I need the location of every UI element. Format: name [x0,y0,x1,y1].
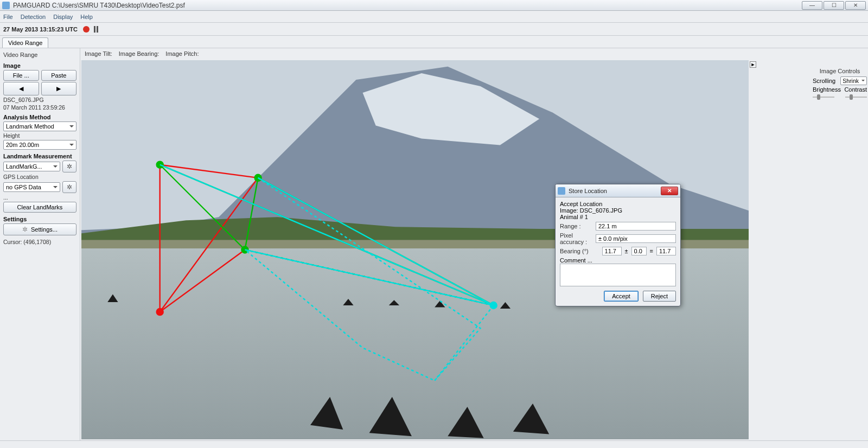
center-area: Image Tilt: Image Bearing: Image Pitch: … [80,48,868,440]
pixacc-label: Pixel accuracy : [560,232,592,245]
svg-point-33 [490,302,497,309]
bearing-eq: = [650,248,653,254]
file-button[interactable]: File ... [3,70,39,81]
brightness-slider[interactable] [813,94,834,100]
landmark-settings-button[interactable] [62,161,76,172]
menu-bar: File Detection Display Help [0,11,868,23]
gear-icon [67,183,72,191]
analysis-method-select[interactable]: Landmark Method [3,121,76,131]
menu-help[interactable]: Help [80,14,93,20]
bearing-pm: ± [625,248,628,254]
dialog-close-button[interactable]: ✕ [661,187,678,195]
comment-textarea[interactable] [560,264,676,286]
svg-point-20 [157,309,163,315]
filedate-label: 07 March 2011 23:59:26 [3,104,76,111]
gps-select[interactable]: no GPS Data [3,182,60,192]
dialog-animal-label: Animal # 1 [560,214,676,220]
contrast-slider[interactable] [845,94,867,100]
landmark-select[interactable]: LandMarkG... [3,162,60,171]
image-controls-title: Image Controls [813,68,867,74]
scrolling-label: Scrolling [813,78,835,84]
bearing-input-3[interactable] [656,247,676,255]
pixacc-input[interactable] [596,234,676,243]
tab-video-range[interactable]: Video Range [2,37,48,48]
spinner-icon [22,226,28,233]
image-tilt-label: Image Tilt: [85,50,112,57]
left-panel: Video Range Image File ... Paste ◀ ▶ DSC… [0,48,80,440]
landmark-section-title: Landmark Measurement [3,153,76,159]
analysis-section-title: Analysis Method [3,114,76,120]
scroll-right-button[interactable]: ► [750,61,756,68]
scrolling-select[interactable]: Shrink [840,76,867,85]
settings-button[interactable]: Settings... [3,223,76,235]
range-label: Range : [560,223,592,229]
main-area: Video Range Image File ... Paste ◀ ▶ DSC… [0,48,868,440]
bearing-input-2[interactable] [631,247,647,255]
timestamp: 27 May 2013 13:15:23 UTC [3,26,78,33]
dialog-image-label: Image: DSC_6076.JPG [560,207,676,214]
height-label: Height [3,132,76,139]
bearing-label: Bearing (°) [560,248,599,254]
paste-button[interactable]: Paste [41,70,77,81]
contrast-label: Contrast [844,86,867,93]
accept-button[interactable]: Accept [604,291,639,302]
menu-detection[interactable]: Detection [21,14,46,20]
svg-point-26 [157,162,163,168]
dots-label: ... [3,194,76,201]
panel-title: Video Range [3,52,76,58]
brightness-label: Brightness [813,86,841,93]
pause-icon[interactable] [94,26,98,33]
gps-label: GPS Location [3,174,76,180]
settings-section-title: Settings [3,216,76,222]
toolbar: 27 May 2013 13:15:23 UTC [0,23,868,36]
dialog-body: Accept Location Image: DSC_6076.JPG Anim… [556,197,680,306]
next-image-button[interactable]: ▶ [41,82,77,95]
range-input[interactable] [596,222,676,231]
prev-image-button[interactable]: ◀ [3,82,39,95]
clear-landmarks-button[interactable]: Clear LandMarks [3,202,76,213]
image-section-title: Image [3,62,76,69]
status-bar [0,440,868,448]
dialog-title: Store Location [569,188,607,194]
menu-file[interactable]: File [3,14,13,20]
tab-strip: Video Range [0,36,868,48]
height-select[interactable]: 20m 20.00m [3,140,76,150]
menu-display[interactable]: Display [53,14,73,20]
close-button[interactable]: ✕ [845,1,866,10]
bearing-input-1[interactable] [602,247,622,255]
dialog-title-bar[interactable]: Store Location ✕ [556,184,680,197]
window-title: PAMGUARD C:\Users\SMRU T430\Desktop\Vide… [13,2,185,9]
image-info-bar: Image Tilt: Image Bearing: Image Pitch: [80,48,868,59]
settings-button-label: Settings... [31,226,58,233]
image-controls-panel: Image Controls Scrolling Shrink Brightne… [813,68,867,100]
image-bearing-label: Image Bearing: [119,50,159,57]
app-icon [2,2,10,9]
record-icon[interactable] [83,26,90,33]
gps-settings-button[interactable] [62,181,76,193]
window-title-bar: PAMGUARD C:\Users\SMRU T430\Desktop\Vide… [0,0,868,11]
image-pitch-label: Image Pitch: [165,50,199,57]
store-location-dialog: Store Location ✕ Accept Location Image: … [555,184,681,306]
comment-label: Comment ... [560,257,676,264]
accept-location-label: Accept Location [560,201,676,207]
filename-label: DSC_6076.JPG [3,97,76,103]
gear-icon [67,163,72,170]
cursor-readout: Cursor: (496,1708) [3,239,76,245]
dialog-app-icon [558,187,565,195]
minimize-button[interactable]: — [802,1,822,10]
reject-button[interactable]: Reject [643,291,676,302]
maximize-button[interactable]: ☐ [824,1,844,10]
